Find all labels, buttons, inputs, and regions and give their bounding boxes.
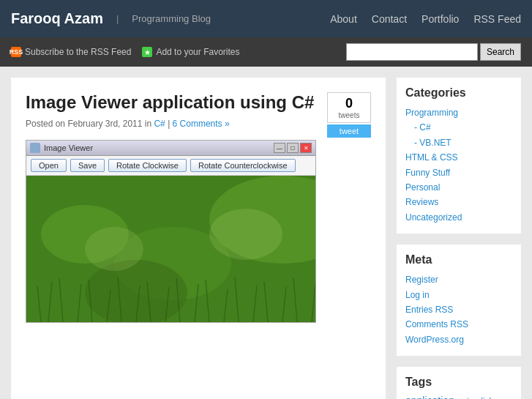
- categories-title: Categories: [405, 86, 512, 100]
- tags-title: Tags: [405, 376, 512, 389]
- tweet-count-box: 0 tweets: [327, 92, 371, 123]
- svg-point-27: [209, 209, 282, 260]
- cat-uncategorized[interactable]: Uncategorized: [405, 210, 512, 225]
- tags-section: Tags application auto click autocomplete…: [397, 367, 521, 399]
- rss-subscribe[interactable]: RSS Subscribe to the RSS Feed: [11, 47, 131, 57]
- post-meta: Posted on February 3rd, 2011 in C# | 6 C…: [26, 119, 371, 129]
- app-icon: [30, 143, 40, 153]
- site-header: Farooq Azam | Programming Blog About Con…: [0, 0, 532, 37]
- post-date-label: Posted on February 3rd, 2011 in: [26, 119, 151, 129]
- categories-section: Categories Programming - C# - VB.NET HTM…: [397, 78, 521, 234]
- add-favorites[interactable]: ★ Add to your Favorites: [142, 47, 239, 57]
- app-screenshot: Image Viewer — □ ✕ Open Save Rotate Cloc…: [26, 140, 316, 323]
- meta-login[interactable]: Log in: [405, 288, 512, 302]
- app-toolbar: Open Save Rotate Clockwise Rotate Counte…: [26, 156, 315, 176]
- meta-section: Meta Register Log in Entries RSS Comment…: [397, 245, 521, 356]
- post-comments-link[interactable]: 6 Comments »: [173, 119, 230, 129]
- nav-portfolio[interactable]: Portfolio: [422, 13, 459, 25]
- nav-contact[interactable]: Contact: [372, 13, 407, 25]
- header-divider: |: [116, 13, 119, 24]
- app-titlebar: Image Viewer — □ ✕: [26, 141, 315, 156]
- main-nav: About Contact Portfolio RSS Feed: [330, 13, 521, 25]
- fav-label: Add to your Favorites: [156, 47, 239, 57]
- image-preview: [26, 176, 315, 322]
- site-title: Farooq Azam: [11, 10, 103, 27]
- tag-application-link[interactable]: application: [405, 395, 454, 399]
- app-title: Image Viewer: [44, 143, 274, 152]
- content-area: 0 tweets tweet Image Viewer application …: [11, 78, 386, 399]
- rotate-counterclockwise-button[interactable]: Rotate Counterclockwise: [190, 159, 296, 172]
- maximize-button[interactable]: □: [287, 143, 299, 153]
- cat-reviews[interactable]: Reviews: [405, 195, 512, 209]
- search-input[interactable]: [346, 43, 478, 61]
- post-title: Image Viewer application using C#: [26, 92, 371, 113]
- meta-title: Meta: [405, 253, 512, 266]
- tag-application: application: [405, 395, 457, 399]
- cat-csharp[interactable]: - C#: [414, 120, 512, 135]
- meta-comments-rss[interactable]: Comments RSS: [405, 317, 512, 332]
- tweet-count: 0: [335, 96, 363, 111]
- sidebar: Categories Programming - C# - VB.NET HTM…: [397, 78, 521, 399]
- search-button[interactable]: Search: [480, 43, 521, 61]
- svg-point-26: [85, 227, 143, 271]
- cat-personal[interactable]: Personal: [405, 180, 512, 195]
- rotate-clockwise-button[interactable]: Rotate Clockwise: [108, 159, 187, 172]
- post-category-link[interactable]: C#: [154, 119, 165, 129]
- open-button[interactable]: Open: [31, 159, 67, 172]
- rss-label: Subscribe to the RSS Feed: [25, 47, 131, 57]
- favorites-icon: ★: [142, 47, 152, 57]
- meta-entries-rss[interactable]: Entries RSS: [405, 302, 512, 317]
- save-button[interactable]: Save: [70, 159, 105, 172]
- tag-autoclick-link[interactable]: auto click: [457, 396, 494, 399]
- search-form: Search: [346, 43, 521, 61]
- tweet-box: 0 tweets tweet: [327, 92, 371, 138]
- window-controls: — □ ✕: [274, 143, 312, 153]
- toolbar: RSS Subscribe to the RSS Feed ★ Add to y…: [0, 37, 532, 67]
- close-button[interactable]: ✕: [300, 143, 312, 153]
- main-content: 0 tweets tweet Image Viewer application …: [0, 67, 532, 399]
- tweet-label: tweets: [335, 111, 363, 119]
- nav-rss-feed[interactable]: RSS Feed: [473, 13, 521, 25]
- cat-programming[interactable]: Programming: [405, 105, 512, 120]
- minimize-button[interactable]: —: [274, 143, 285, 153]
- cat-html-css[interactable]: HTML & CSS: [405, 150, 512, 165]
- meta-wordpress[interactable]: WordPress.org: [405, 332, 512, 347]
- tweet-button[interactable]: tweet: [327, 124, 371, 138]
- brand: Farooq Azam | Programming Blog: [11, 10, 211, 27]
- site-subtitle: Programming Blog: [132, 13, 211, 24]
- meta-register[interactable]: Register: [405, 272, 512, 287]
- cat-vbnet[interactable]: - VB.NET: [414, 135, 512, 150]
- cat-funny[interactable]: Funny Stuff: [405, 165, 512, 180]
- nav-about[interactable]: About: [330, 13, 357, 25]
- rss-icon: RSS: [11, 47, 21, 57]
